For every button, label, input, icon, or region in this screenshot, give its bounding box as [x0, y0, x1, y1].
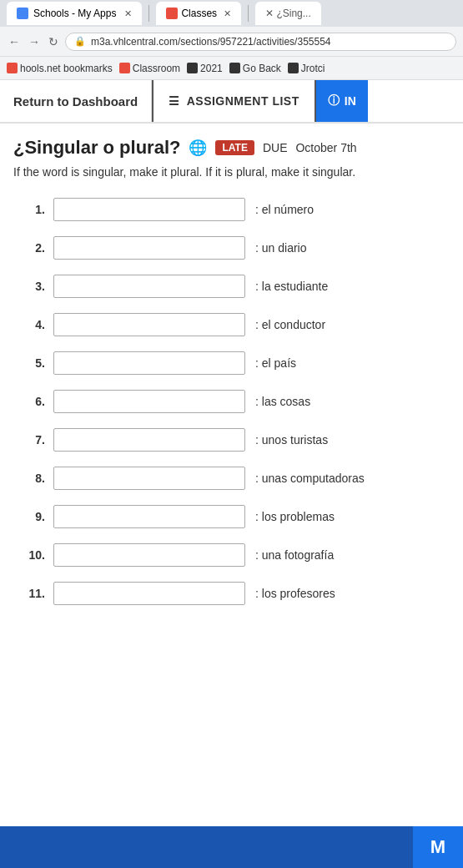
refresh-button[interactable]: ↻	[47, 33, 60, 50]
bm-schools[interactable]: hools.net bookmarks	[7, 63, 113, 74]
tab-singular[interactable]: ✕ ¿Sing...	[255, 2, 321, 25]
bookmarks-bar: hools.net bookmarks Classroom 2021 Go Ba…	[0, 57, 463, 80]
item-number: 5.	[22, 356, 45, 370]
classes-tab-label: Classes	[181, 8, 217, 19]
item-input[interactable]	[53, 236, 245, 260]
classes-tab-close[interactable]: ✕	[224, 8, 231, 19]
list-item: 5.: el país	[22, 351, 450, 375]
address-bar-row: ← → ↻ 🔒 m3a.vhlcentral.com/sections/9572…	[0, 27, 463, 57]
item-input[interactable]	[53, 313, 245, 336]
list-item: 8.: unas computadoras	[22, 467, 450, 490]
item-input[interactable]	[53, 543, 245, 567]
item-label: : los problemas	[255, 510, 335, 523]
list-item: 3.: la estudiante	[22, 275, 450, 298]
lock-icon: 🔒	[74, 36, 86, 47]
item-number: 11.	[22, 587, 45, 600]
item-label: : una fotografía	[255, 548, 334, 562]
bm-classroom[interactable]: Classroom	[119, 63, 180, 74]
schools-tab-label: Schools - My Apps	[33, 8, 116, 19]
info-icon: ⓘ	[328, 93, 340, 108]
exercise-list: 1.: el número2.: un diario3.: la estudia…	[13, 198, 450, 605]
address-text: m3a.vhlcentral.com/sections/957221/activ…	[91, 36, 331, 48]
item-label: : el conductor	[255, 318, 325, 331]
tab-separator-2	[248, 5, 249, 22]
bm-jrotci[interactable]: Jrotci	[288, 63, 325, 74]
due-label: DUE	[263, 141, 288, 154]
schools-bm-label: hools.net bookmarks	[20, 63, 113, 74]
late-badge: LATE	[215, 140, 254, 155]
schools-tab-icon	[17, 8, 28, 19]
item-input[interactable]	[53, 467, 245, 490]
schools-tab-close[interactable]: ✕	[124, 8, 132, 19]
activity-title: ¿Singular o plural?	[13, 137, 180, 159]
list-item: 7.: unos turistas	[22, 428, 450, 452]
list-icon: ☰	[169, 94, 180, 108]
tab-schools[interactable]: Schools - My Apps ✕	[7, 2, 142, 25]
globe-icon: 🌐	[189, 139, 207, 157]
classroom-bm-label: Classroom	[133, 63, 180, 74]
singular-tab-label: ✕ ¿Sing...	[265, 8, 311, 19]
2021-bm-label: 2021	[200, 63, 223, 74]
item-label: : los profesores	[255, 587, 335, 600]
item-number: 1.	[22, 203, 45, 216]
item-number: 10.	[22, 548, 45, 562]
item-number: 8.	[22, 472, 45, 485]
item-label: : el país	[255, 356, 296, 370]
goback-bm-icon	[229, 63, 240, 73]
item-input[interactable]	[53, 275, 245, 298]
item-label: : el número	[255, 203, 314, 216]
bm-goback[interactable]: Go Back	[229, 63, 281, 74]
list-item: 2.: un diario	[22, 236, 450, 260]
item-number: 3.	[22, 280, 45, 293]
browser-tabs: Schools - My Apps ✕ Classes ✕ ✕ ¿Sing...	[0, 0, 463, 27]
item-label: : las cosas	[255, 395, 310, 408]
item-input[interactable]	[53, 582, 245, 605]
info-label: IN	[345, 94, 356, 108]
address-box[interactable]: 🔒 m3a.vhlcentral.com/sections/957221/act…	[65, 33, 456, 51]
list-item: 6.: las cosas	[22, 390, 450, 413]
forward-button[interactable]: →	[27, 33, 42, 50]
info-button[interactable]: ⓘ IN	[316, 80, 368, 122]
2021-bm-icon	[187, 63, 198, 73]
item-number: 9.	[22, 510, 45, 523]
main-content: ¿Singular o plural? 🌐 LATE DUE October 7…	[0, 124, 463, 605]
item-input[interactable]	[53, 390, 245, 413]
list-item: 11.: los profesores	[22, 582, 450, 605]
item-label: : unos turistas	[255, 433, 328, 447]
item-input[interactable]	[53, 428, 245, 452]
item-number: 2.	[22, 241, 45, 255]
item-label: : unas computadoras	[255, 472, 365, 485]
jrotci-bm-label: Jrotci	[301, 63, 325, 74]
classroom-bm-icon	[119, 63, 130, 73]
list-item: 10.: una fotografía	[22, 543, 450, 567]
activity-header: ¿Singular o plural? 🌐 LATE DUE October 7…	[13, 137, 450, 159]
item-label: : la estudiante	[255, 280, 328, 293]
assignment-list-button[interactable]: ☰ ASSIGNMENT LIST	[152, 80, 316, 122]
item-number: 7.	[22, 433, 45, 447]
tab-separator	[148, 5, 149, 22]
item-label: : un diario	[255, 241, 306, 255]
return-label: Return to Dashboard	[13, 94, 138, 108]
list-item: 1.: el número	[22, 198, 450, 221]
return-to-dashboard-button[interactable]: Return to Dashboard	[0, 80, 152, 122]
item-input[interactable]	[53, 505, 245, 528]
jrotci-bm-icon	[288, 63, 299, 73]
instructions: If the word is singular, make it plural.…	[13, 164, 450, 181]
bm-2021[interactable]: 2021	[187, 63, 223, 74]
goback-bm-label: Go Back	[243, 63, 281, 74]
list-item: 4.: el conductor	[22, 313, 450, 336]
assignment-list-label: ASSIGNMENT LIST	[187, 94, 299, 108]
back-button[interactable]: ←	[7, 33, 22, 50]
item-number: 4.	[22, 318, 45, 331]
m-letter: M	[430, 836, 445, 858]
item-input[interactable]	[53, 198, 245, 221]
schools-bm-icon	[7, 63, 18, 73]
tab-classes[interactable]: Classes ✕	[156, 2, 241, 25]
item-number: 6.	[22, 395, 45, 408]
due-date: October 7th	[295, 141, 356, 154]
list-item: 9.: los problemas	[22, 505, 450, 528]
item-input[interactable]	[53, 351, 245, 375]
bottom-bar: M	[413, 826, 463, 868]
classes-tab-icon	[166, 8, 178, 19]
bottom-blue-strip	[0, 826, 413, 868]
